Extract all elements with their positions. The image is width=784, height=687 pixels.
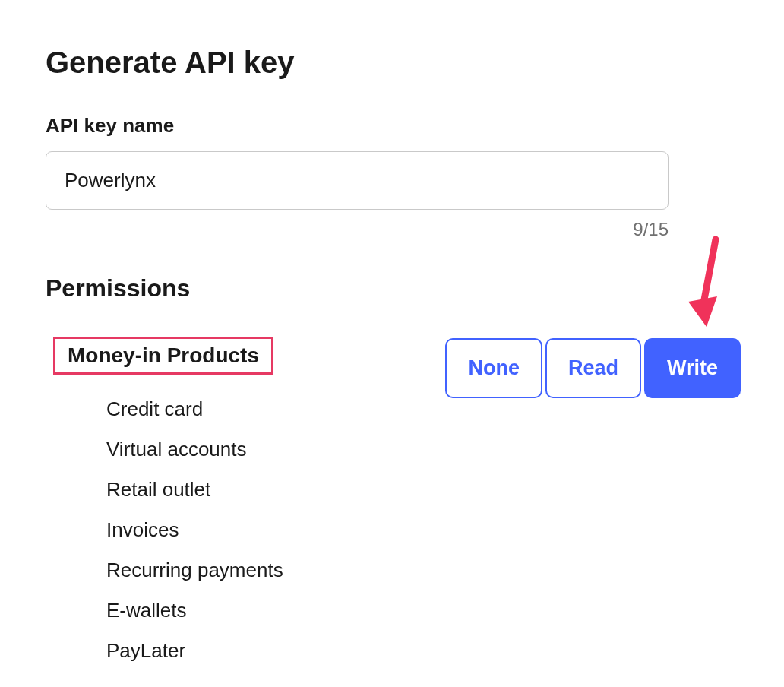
- permissions-section-title: Permissions: [46, 274, 738, 302]
- permission-toggle-group: None Read Write: [445, 338, 741, 398]
- permission-group-row: Money-in Products Credit card Virtual ac…: [46, 337, 741, 663]
- page-title: Generate API key: [46, 46, 738, 80]
- permission-read-button[interactable]: Read: [545, 338, 641, 398]
- permission-group-name: Money-in Products: [53, 337, 273, 375]
- permission-item: Retail outlet: [106, 478, 283, 502]
- permission-item: Virtual accounts: [106, 438, 283, 461]
- api-key-name-label: API key name: [46, 114, 738, 138]
- permission-item: Credit card: [106, 397, 283, 421]
- permission-item: PayLater: [106, 639, 283, 663]
- char-counter: 9/15: [46, 219, 669, 240]
- api-key-name-input[interactable]: [46, 151, 669, 210]
- api-key-name-section: API key name 9/15: [46, 114, 738, 240]
- permission-item: E-wallets: [106, 599, 283, 622]
- permission-write-button[interactable]: Write: [644, 338, 741, 398]
- permission-items-list: Credit card Virtual accounts Retail outl…: [106, 397, 283, 663]
- permission-item: Recurring payments: [106, 559, 283, 582]
- permission-none-button[interactable]: None: [445, 338, 542, 398]
- permission-group-left: Money-in Products Credit card Virtual ac…: [46, 337, 283, 663]
- permission-item: Invoices: [106, 518, 283, 542]
